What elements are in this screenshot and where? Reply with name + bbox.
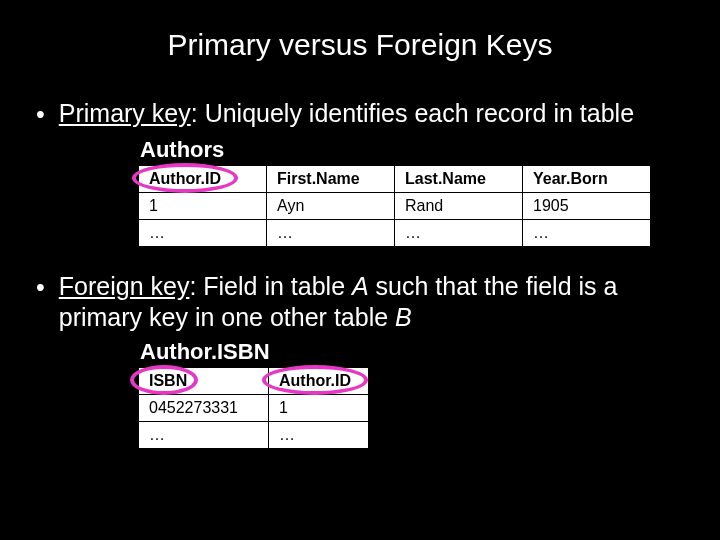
isbn-table-wrap: ISBN Author.ID 0452273331 1 … … [138, 367, 690, 449]
author-isbn-table: ISBN Author.ID 0452273331 1 … … [138, 367, 369, 449]
term-foreign-key: Foreign key [59, 272, 190, 300]
table-a: A [352, 272, 369, 300]
cell: … [267, 219, 395, 246]
bullet-text: Foreign key: Field in table A such that … [59, 271, 684, 334]
cell: 1 [269, 395, 369, 422]
col-first-name: First.Name [267, 165, 395, 192]
bullet-dot-icon: • [36, 271, 45, 304]
col-last-name: Last.Name [395, 165, 523, 192]
cell: Ayn [267, 192, 395, 219]
cell: 0452273331 [139, 395, 269, 422]
cell: 1 [139, 192, 267, 219]
col-isbn: ISBN [139, 368, 269, 395]
bullet-primary-key: • Primary key: Uniquely identifies each … [36, 98, 684, 131]
isbn-table-label: Author.ISBN [140, 339, 690, 365]
bullet-mid1: : Field in table [189, 272, 352, 300]
authors-table-wrap: Author.ID First.Name Last.Name Year.Born… [138, 165, 690, 247]
col-author-id: Author.ID [269, 368, 369, 395]
bullet-rest: : Uniquely identifies each record in tab… [191, 99, 634, 127]
slide-title: Primary versus Foreign Keys [30, 28, 690, 62]
table-row: … … [139, 422, 369, 449]
bullet-text: Primary key: Uniquely identifies each re… [59, 98, 634, 129]
bullet-foreign-key: • Foreign key: Field in table A such tha… [36, 271, 684, 334]
cell: Rand [395, 192, 523, 219]
cell: … [523, 219, 651, 246]
term-primary-key: Primary key [59, 99, 191, 127]
table-row: … … … … [139, 219, 651, 246]
cell: … [139, 422, 269, 449]
table-row: 1 Ayn Rand 1905 [139, 192, 651, 219]
col-year-born: Year.Born [523, 165, 651, 192]
table-b: B [395, 303, 412, 331]
table-row: 0452273331 1 [139, 395, 369, 422]
table-header-row: ISBN Author.ID [139, 368, 369, 395]
cell: … [139, 219, 267, 246]
authors-table: Author.ID First.Name Last.Name Year.Born… [138, 165, 651, 247]
bullet-dot-icon: • [36, 98, 45, 131]
cell: 1905 [523, 192, 651, 219]
table-header-row: Author.ID First.Name Last.Name Year.Born [139, 165, 651, 192]
slide: Primary versus Foreign Keys • Primary ke… [0, 0, 720, 540]
cell: … [395, 219, 523, 246]
col-author-id: Author.ID [139, 165, 267, 192]
cell: … [269, 422, 369, 449]
authors-table-label: Authors [140, 137, 690, 163]
